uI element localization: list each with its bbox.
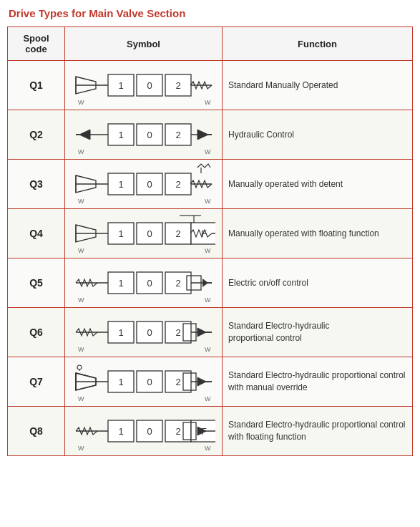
symbol-cell: 102 FWW [65,209,223,258]
svg-text:W: W [205,247,211,254]
svg-text:2: 2 [175,278,180,289]
svg-text:1: 1 [118,179,123,190]
table-row: Q1102 WWStandard Manually Operated [8,61,413,110]
table-row: Q8102FWWStandard Electro-hydraulic propo… [8,407,413,456]
svg-text:2: 2 [175,327,180,338]
spool-code-cell: Q5 [8,258,65,308]
symbol-cell: 102 WW [65,110,223,160]
svg-text:W: W [78,148,84,155]
symbol-cell: 102 WW [65,61,223,110]
symbol-cell: 102 WW [65,160,223,209]
table-row: Q7102 WWStandard Electro-hydraulic propo… [8,357,413,407]
table-row: Q2102 WWHydraulic Control [8,110,413,160]
svg-text:W: W [78,198,84,205]
table-row: Q4102 FWWManually operated with floating… [8,209,413,258]
svg-text:1: 1 [118,130,123,140]
svg-text:1: 1 [118,377,123,387]
svg-text:0: 0 [147,80,152,91]
header-symbol: Symbol [65,27,223,61]
svg-text:W: W [205,148,211,155]
main-table: Spool code Symbol Function Q1102 WWStand… [7,26,413,456]
function-cell: Manually operated with detent [223,160,413,209]
header-function: Function [223,27,413,61]
svg-text:W: W [205,395,211,402]
svg-text:0: 0 [147,327,152,338]
svg-text:1: 1 [118,228,123,239]
svg-text:2: 2 [175,377,180,387]
function-cell: Manually operated with floating function [223,209,413,258]
svg-text:W: W [78,445,84,452]
svg-text:2: 2 [175,426,180,437]
svg-text:0: 0 [147,179,152,190]
svg-point-97 [77,365,82,369]
svg-text:0: 0 [147,377,152,387]
svg-text:0: 0 [147,130,152,140]
function-cell: Standard Electro-hydraulic proportional … [223,407,413,456]
function-cell: Hydraulic Control [223,110,413,160]
svg-text:W: W [78,395,84,402]
header-spool-code: Spool code [8,27,65,61]
spool-code-cell: Q4 [8,209,65,258]
spool-code-cell: Q7 [8,357,65,407]
svg-text:W: W [205,445,211,452]
svg-text:0: 0 [147,278,152,289]
svg-text:2: 2 [175,80,180,91]
symbol-cell: 102WW [65,258,223,308]
symbol-cell: 102FWW [65,407,223,456]
spool-code-cell: Q6 [8,308,65,357]
spool-code-cell: Q1 [8,61,65,110]
table-row: Q3102 WWManually operated with detent [8,160,413,209]
svg-text:W: W [205,296,211,304]
page-title: Drive Types for Main Valve Section [7,7,413,19]
svg-text:0: 0 [147,426,152,437]
function-cell: Standard Electro-hydraulic proportional … [223,357,413,407]
svg-text:0: 0 [147,228,152,239]
svg-text:W: W [205,198,211,205]
svg-text:W: W [78,99,84,106]
svg-marker-65 [202,279,208,287]
table-row: Q6102WWStandard Electro-hydraulicproport… [8,308,413,357]
symbol-cell: 102 WW [65,357,223,407]
svg-text:W: W [205,346,211,353]
svg-marker-78 [197,328,206,337]
spool-code-cell: Q2 [8,110,65,160]
symbol-cell: 102WW [65,308,223,357]
svg-text:W: W [78,296,84,304]
svg-text:W: W [205,99,211,106]
svg-text:1: 1 [118,426,123,437]
svg-marker-22 [79,130,90,140]
svg-text:2: 2 [175,130,180,140]
svg-text:1: 1 [118,80,123,91]
svg-text:2: 2 [175,228,180,239]
spool-code-cell: Q3 [8,160,65,209]
svg-marker-20 [197,130,208,140]
function-cell: Standard Electro-hydraulicproportional c… [223,308,413,357]
table-row: Q5102WWElectric on/off control [8,258,413,308]
svg-text:1: 1 [118,278,123,289]
function-cell: Standard Manually Operated [223,61,413,110]
spool-code-cell: Q8 [8,407,65,456]
function-cell: Electric on/off control [223,258,413,308]
svg-text:W: W [78,346,84,353]
svg-text:W: W [78,247,84,254]
svg-marker-93 [197,377,206,386]
svg-text:2: 2 [175,179,180,190]
svg-text:1: 1 [118,327,123,338]
